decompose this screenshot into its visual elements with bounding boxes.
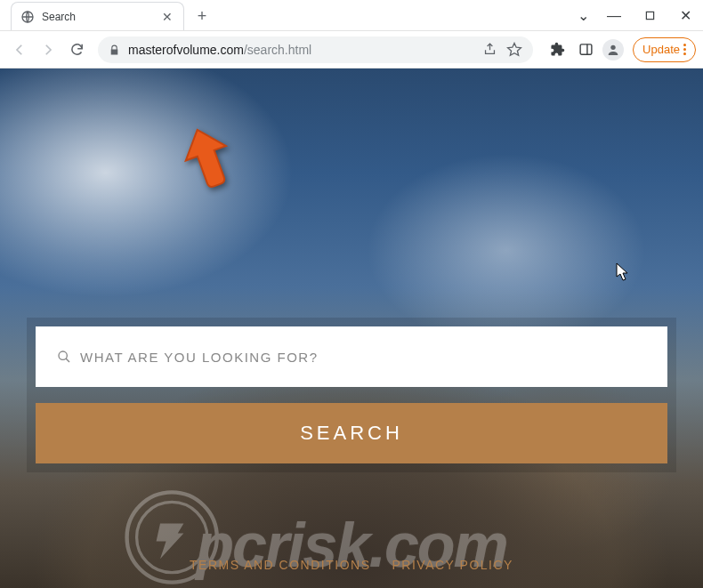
browser-toolbar: masterofvolume.com/search.html Update: [0, 31, 703, 68]
bookmark-star-icon[interactable]: [506, 42, 522, 58]
profile-avatar[interactable]: [602, 39, 624, 60]
search-panel: SEARCH: [27, 318, 676, 472]
globe-icon: [20, 10, 35, 24]
svg-point-4: [59, 351, 67, 359]
minimize-button[interactable]: —: [596, 3, 632, 29]
maximize-button[interactable]: [632, 3, 667, 29]
url-text: masterofvolume.com/search.html: [128, 43, 311, 57]
extensions-icon[interactable]: [545, 38, 569, 61]
tab-close-icon[interactable]: ✕: [160, 10, 174, 24]
footer-links: TERMS AND CONDITIONS PRIVACY POLICY: [0, 558, 703, 572]
back-button[interactable]: [7, 37, 32, 62]
update-button[interactable]: Update: [633, 37, 696, 62]
search-input[interactable]: [80, 350, 646, 365]
chevron-down-icon[interactable]: ⌄: [570, 3, 596, 29]
window-controls: ⌄ — ✕: [570, 0, 703, 31]
share-icon[interactable]: [481, 42, 497, 58]
tab-title: Search: [42, 11, 153, 23]
window-titlebar: Search ✕ + ⌄ — ✕: [0, 0, 703, 31]
search-icon: [57, 350, 71, 364]
new-tab-button[interactable]: +: [190, 4, 214, 28]
mouse-cursor-icon: [616, 262, 630, 282]
svg-rect-2: [580, 44, 592, 54]
page-content: SEARCH pcrisk.com TERMS AND CONDITIONS P…: [0, 68, 703, 588]
address-bar[interactable]: masterofvolume.com/search.html: [98, 36, 533, 63]
menu-dots-icon: [683, 44, 686, 55]
lock-icon: [109, 44, 121, 56]
search-button-label: SEARCH: [300, 422, 403, 445]
side-panel-icon[interactable]: [574, 38, 597, 61]
annotation-arrow-icon: [181, 126, 234, 189]
forward-button[interactable]: [36, 37, 61, 62]
privacy-link[interactable]: PRIVACY POLICY: [392, 558, 513, 572]
browser-tab[interactable]: Search ✕: [11, 2, 184, 30]
search-button[interactable]: SEARCH: [36, 403, 667, 463]
search-input-row: [36, 326, 667, 387]
close-window-button[interactable]: ✕: [667, 3, 703, 29]
terms-link[interactable]: TERMS AND CONDITIONS: [190, 558, 370, 572]
update-label: Update: [642, 43, 680, 56]
svg-point-3: [610, 44, 615, 49]
reload-button[interactable]: [64, 37, 89, 62]
svg-rect-1: [646, 12, 653, 19]
